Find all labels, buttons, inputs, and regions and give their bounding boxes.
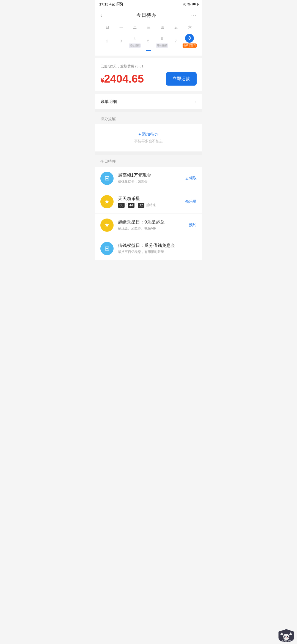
status-bar: 17:15 △4G HD 70 % bbox=[95, 0, 202, 9]
page-header: ‹ 今日待办 ··· bbox=[95, 9, 202, 23]
status-hd: HD bbox=[117, 2, 123, 6]
day-num-4: 4 bbox=[130, 34, 139, 43]
status-time-area: 17:15 △4G HD bbox=[99, 2, 123, 6]
day-tag-6: 还款提醒 bbox=[156, 43, 168, 48]
weekday-sat: 六 bbox=[183, 25, 197, 30]
reward-icon-loan-rights-symbol: ⊞ bbox=[105, 245, 109, 252]
status-time: 17:15 bbox=[99, 2, 108, 6]
calendar-section: 日 一 二 三 四 五 六 2 3 4 还款提醒 5 6 还款提醒 7 bbox=[95, 23, 202, 56]
due-section: 已逾期2天，逾期费用¥3.81 ¥2404.65 立即还款 bbox=[95, 58, 202, 91]
reward-desc-star-super: 抢现金、还款券、视频VIP bbox=[118, 226, 185, 231]
todo-add-area: + 添加待办 事情再多也不怕忘 bbox=[95, 124, 202, 151]
status-battery-area: 70 % bbox=[182, 2, 198, 6]
calendar-day-7[interactable]: 7 bbox=[169, 35, 183, 46]
day-num-7: 7 bbox=[171, 36, 180, 45]
reward-icon-star-super: ★ bbox=[100, 219, 114, 232]
timer-secs: 32 bbox=[138, 203, 144, 208]
reward-desc-loan-rights: 最撸至百亿免息，有用限时限量 bbox=[118, 250, 197, 254]
battery-symbol: % bbox=[187, 2, 191, 6]
pay-now-button[interactable]: 立即还款 bbox=[166, 72, 197, 86]
indicator-dot bbox=[146, 50, 151, 51]
reward-icon-cash-symbol: ⊞ bbox=[105, 175, 109, 182]
reward-item-cash: ⊞ 最高领1万元现金 借钱集福卡，领现金 去领取 bbox=[95, 167, 202, 190]
due-row: ¥2404.65 立即还款 bbox=[100, 72, 197, 86]
todo-section: 待办提醒 + 添加待办 事情再多也不怕忘 bbox=[95, 112, 202, 151]
battery-fill bbox=[193, 3, 196, 5]
chevron-right-icon: › bbox=[195, 99, 197, 104]
reward-icon-loan-rights: ⊞ bbox=[100, 242, 114, 255]
battery-icon bbox=[192, 3, 198, 6]
due-amount: ¥2404.65 bbox=[100, 73, 144, 85]
reward-title-star-daily: 天天领乐星 bbox=[118, 196, 181, 202]
day-num-8: 8 bbox=[185, 34, 194, 43]
todo-section-header: 待办提醒 bbox=[95, 112, 202, 124]
weekday-sun: 日 bbox=[100, 25, 114, 30]
reward-title-loan-rights: 借钱权益日：瓜分借钱免息金 bbox=[118, 243, 197, 249]
reward-item-star-daily: ★ 天天领乐星 06 : 44 : 32 后结束 领乐星 bbox=[95, 190, 202, 214]
reward-item-loan-rights: ⊞ 借钱权益日：瓜分借钱免息金 最撸至百亿免息，有用限时限量 bbox=[95, 237, 202, 260]
timer-sep-1: : bbox=[126, 203, 127, 207]
weekday-thu: 四 bbox=[155, 25, 169, 30]
more-button[interactable]: ··· bbox=[190, 12, 197, 18]
timer-hours: 06 bbox=[118, 203, 125, 208]
calendar-day-8[interactable]: 8 借钱权益日 bbox=[183, 33, 197, 49]
currency-symbol: ¥ bbox=[100, 77, 104, 84]
day-tag-4: 还款提醒 bbox=[129, 43, 141, 48]
timer-mins: 44 bbox=[128, 203, 134, 208]
reward-action-cash[interactable]: 去领取 bbox=[185, 176, 197, 181]
calendar-weekdays: 日 一 二 三 四 五 六 bbox=[100, 23, 197, 33]
section-divider-1 bbox=[95, 109, 202, 112]
due-notice: 已逾期2天，逾期费用¥3.81 bbox=[100, 64, 197, 69]
reward-item-star-super: ★ 超级乐星日：9乐星起兑 抢现金、还款券、视频VIP 预约 bbox=[95, 214, 202, 237]
calendar-indicator bbox=[100, 50, 197, 51]
reward-title-cash: 最高领1万元现金 bbox=[118, 173, 181, 178]
calendar-days: 2 3 4 还款提醒 5 6 还款提醒 7 8 借钱权益日 bbox=[100, 33, 197, 49]
day-num-5: 5 bbox=[144, 36, 153, 45]
calendar-day-2[interactable]: 2 bbox=[100, 35, 114, 46]
back-button[interactable]: ‹ bbox=[100, 12, 102, 18]
section-divider-2 bbox=[95, 152, 202, 155]
battery-percentage: 70 bbox=[182, 2, 186, 6]
receive-section-header: 今日待领 bbox=[95, 155, 202, 167]
bill-detail-label: 账单明细 bbox=[100, 99, 117, 104]
reward-info-star-daily: 天天领乐星 06 : 44 : 32 后结束 bbox=[118, 196, 181, 208]
calendar-day-5[interactable]: 5 bbox=[141, 35, 155, 46]
reward-action-star-super[interactable]: 预约 bbox=[189, 223, 197, 228]
weekday-wed: 三 bbox=[142, 25, 155, 30]
calendar-day-3[interactable]: 3 bbox=[114, 35, 128, 46]
bill-detail-row[interactable]: 账单明细 › bbox=[95, 94, 202, 109]
reward-info-cash: 最高领1万元现金 借钱集福卡，领现金 bbox=[118, 173, 181, 184]
timer-end-label: 后结束 bbox=[146, 203, 156, 208]
add-todo-button[interactable]: + 添加待办 bbox=[139, 132, 159, 137]
weekday-fri: 五 bbox=[169, 25, 183, 30]
page-title: 今日待办 bbox=[136, 12, 156, 18]
calendar-day-4[interactable]: 4 还款提醒 bbox=[128, 33, 142, 49]
reward-icon-cash: ⊞ bbox=[100, 172, 114, 185]
day-num-6: 6 bbox=[158, 34, 166, 43]
day-num-3: 3 bbox=[117, 36, 125, 45]
reward-title-star-super: 超级乐星日：9乐星起兑 bbox=[118, 219, 185, 225]
reward-icon-star-daily: ★ bbox=[100, 195, 114, 208]
reward-icon-star-super-symbol: ★ bbox=[104, 222, 110, 229]
weekday-tue: 二 bbox=[128, 25, 142, 30]
timer-badges: 06 : 44 : 32 后结束 bbox=[118, 203, 181, 208]
reward-action-star-daily[interactable]: 领乐星 bbox=[185, 199, 197, 204]
reward-info-loan-rights: 借钱权益日：瓜分借钱免息金 最撸至百亿免息，有用限时限量 bbox=[118, 243, 197, 254]
timer-sep-2: : bbox=[136, 203, 136, 207]
day-num-2: 2 bbox=[103, 36, 112, 45]
reward-icon-star-daily-symbol: ★ bbox=[104, 198, 110, 205]
reward-desc-cash: 借钱集福卡，领现金 bbox=[118, 179, 181, 184]
day-badge-8: 借钱权益日 bbox=[183, 43, 197, 48]
todo-add-hint: 事情再多也不怕忘 bbox=[134, 139, 163, 144]
status-signal: △4G bbox=[109, 2, 116, 6]
receive-section: 今日待领 ⊞ 最高领1万元现金 借钱集福卡，领现金 去领取 ★ 天天领乐星 06… bbox=[95, 155, 202, 260]
reward-info-star-super: 超级乐星日：9乐星起兑 抢现金、还款券、视频VIP bbox=[118, 219, 185, 231]
amount-value: 2404.65 bbox=[104, 73, 144, 85]
weekday-mon: 一 bbox=[114, 25, 128, 30]
calendar-day-6[interactable]: 6 还款提醒 bbox=[155, 33, 169, 49]
